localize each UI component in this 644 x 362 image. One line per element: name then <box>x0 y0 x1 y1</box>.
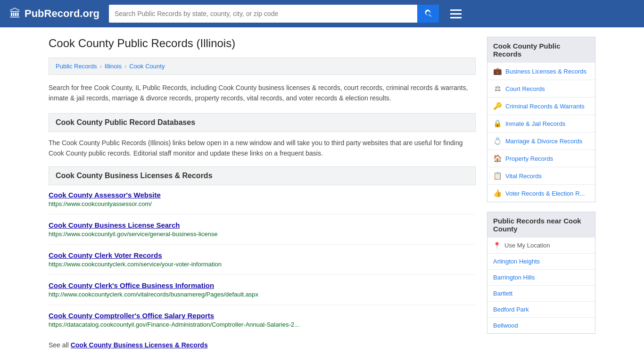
nearby-bartlett-label: Bartlett <box>493 290 512 297</box>
sidebar-item-inmate[interactable]: 🔒 Inmate & Jail Records <box>487 115 595 132</box>
content-area: Cook County Public Records (Illinois) Pu… <box>49 37 476 349</box>
sidebar-nearby-barrington-hills[interactable]: Barrington Hills <box>487 270 595 286</box>
link-title-1[interactable]: Cook County Assessor's Website <box>49 191 476 199</box>
house-icon: 🏠 <box>493 154 502 163</box>
page-title: Cook County Public Records (Illinois) <box>49 37 476 50</box>
sidebar-nearby-bedford-park[interactable]: Bedford Park <box>487 302 595 318</box>
sidebar-item-marriage[interactable]: 💍 Marriage & Divorce Records <box>487 132 595 150</box>
header: 🏛 PubRecord.org <box>0 0 644 27</box>
sidebar-item-criminal-label: Criminal Records & Warrants <box>505 103 585 110</box>
nearby-bellwood-label: Bellwood <box>493 322 518 329</box>
sidebar-nearby-list: 📍 Use My Location Arlington Heights Barr… <box>487 238 595 334</box>
sidebar-item-court-label: Court Records <box>505 85 545 92</box>
sidebar-nearby-bartlett[interactable]: Bartlett <box>487 286 595 302</box>
sidebar-item-property[interactable]: 🏠 Property Records <box>487 150 595 167</box>
sidebar-item-criminal[interactable]: 🔑 Criminal Records & Warrants <box>487 98 595 115</box>
breadcrumb: Public Records › Illinois › Cook County <box>49 58 476 75</box>
main-container: Cook County Public Records (Illinois) Pu… <box>39 27 605 358</box>
link-url-4: http://www.cookcountyclerk.com/vitalreco… <box>49 291 476 298</box>
sidebar-records-section: Cook County Public Records 💼 Business Li… <box>487 37 595 202</box>
databases-section-desc: The Cook County Public Records (Illinois… <box>49 138 476 159</box>
breadcrumb-sep-1: › <box>99 63 101 70</box>
menu-line-1 <box>450 9 462 11</box>
sidebar-nearby-use-location[interactable]: 📍 Use My Location <box>487 238 595 254</box>
clipboard-icon: 📋 <box>493 172 502 180</box>
sidebar-item-voter-label: Voter Records & Election R... <box>505 190 585 197</box>
nearby-bedford-park-label: Bedford Park <box>493 306 529 313</box>
link-url-2: https://www.cookcountyil.gov/service/gen… <box>49 230 476 238</box>
nearby-barrington-hills-label: Barrington Hills <box>493 274 535 281</box>
sidebar-item-vital[interactable]: 📋 Vital Records <box>487 167 595 185</box>
sidebar-records-list: 💼 Business Licenses & Records ⚖ Court Re… <box>487 63 595 202</box>
breadcrumb-link-public-records[interactable]: Public Records <box>56 63 97 70</box>
link-url-1: https://www.cookcountyassessor.com/ <box>49 200 476 207</box>
breadcrumb-link-cook-county[interactable]: Cook County <box>129 63 165 70</box>
menu-button[interactable] <box>448 8 463 20</box>
search-icon <box>424 9 432 18</box>
scales-icon: ⚖ <box>493 84 502 93</box>
link-title-2[interactable]: Cook County Business License Search <box>49 221 476 229</box>
search-button[interactable] <box>417 5 439 23</box>
see-all-text: See all Cook County Business Licenses & … <box>49 341 476 349</box>
link-entry-5: Cook County Comptroller's Office Salary … <box>49 312 476 335</box>
sidebar-item-property-label: Property Records <box>505 155 553 162</box>
sidebar-records-header: Cook County Public Records <box>487 37 595 63</box>
sidebar-nearby-arlington-heights[interactable]: Arlington Heights <box>487 254 595 270</box>
lock-icon: 🔒 <box>493 119 502 128</box>
see-all-link[interactable]: Cook County Business Licenses & Records <box>71 341 208 349</box>
business-section-header: Cook County Business Licenses & Records <box>49 166 476 185</box>
menu-line-2 <box>450 13 462 15</box>
sidebar-item-business-label: Business Licenses & Records <box>505 68 586 75</box>
sidebar-item-marriage-label: Marriage & Divorce Records <box>505 138 582 145</box>
sidebar-item-court[interactable]: ⚖ Court Records <box>487 80 595 98</box>
databases-section-header: Cook County Public Record Databases <box>49 113 476 132</box>
sidebar-item-vital-label: Vital Records <box>505 173 542 180</box>
sidebar-item-business[interactable]: 💼 Business Licenses & Records <box>487 63 595 80</box>
search-input[interactable] <box>109 5 417 23</box>
sidebar-item-inmate-label: Inmate & Jail Records <box>505 120 565 127</box>
breadcrumb-link-illinois[interactable]: Illinois <box>105 63 122 70</box>
search-container <box>109 5 439 23</box>
briefcase-icon: 💼 <box>493 67 502 75</box>
link-entry-1: Cook County Assessor's Website https://w… <box>49 191 476 214</box>
key-icon: 🔑 <box>493 102 502 110</box>
menu-line-3 <box>450 17 462 18</box>
ring-icon: 💍 <box>493 137 502 145</box>
link-url-3: https://www.cookcountyclerk.com/service/… <box>49 261 476 268</box>
nearby-use-location-label: Use My Location <box>504 242 550 249</box>
sidebar-item-voter[interactable]: 👍 Voter Records & Election R... <box>487 185 595 202</box>
thumbsup-icon: 👍 <box>493 189 502 197</box>
sidebar: Cook County Public Records 💼 Business Li… <box>487 37 595 349</box>
sidebar-nearby-bellwood[interactable]: Bellwood <box>487 318 595 333</box>
link-title-4[interactable]: Cook County Clerk's Office Business Info… <box>49 281 476 289</box>
link-url-5: https://datacatalog.cookcountyil.gov/Fin… <box>49 321 476 328</box>
location-pin-icon: 📍 <box>493 242 501 249</box>
breadcrumb-sep-2: › <box>124 63 126 70</box>
sidebar-nearby-section: Public Records near Cook County 📍 Use My… <box>487 212 595 334</box>
logo-link[interactable]: 🏛 PubRecord.org <box>9 7 99 20</box>
link-entry-3: Cook County Clerk Voter Records https://… <box>49 251 476 275</box>
sidebar-nearby-header: Public Records near Cook County <box>487 212 595 238</box>
logo-icon: 🏛 <box>9 7 21 20</box>
intro-description: Search for free Cook County, IL Public R… <box>49 82 476 104</box>
link-entry-4: Cook County Clerk's Office Business Info… <box>49 281 476 305</box>
nearby-arlington-heights-label: Arlington Heights <box>493 258 540 265</box>
link-title-5[interactable]: Cook County Comptroller's Office Salary … <box>49 312 476 320</box>
logo-text: PubRecord.org <box>25 8 99 20</box>
link-title-3[interactable]: Cook County Clerk Voter Records <box>49 251 476 259</box>
link-entry-2: Cook County Business License Search http… <box>49 221 476 245</box>
